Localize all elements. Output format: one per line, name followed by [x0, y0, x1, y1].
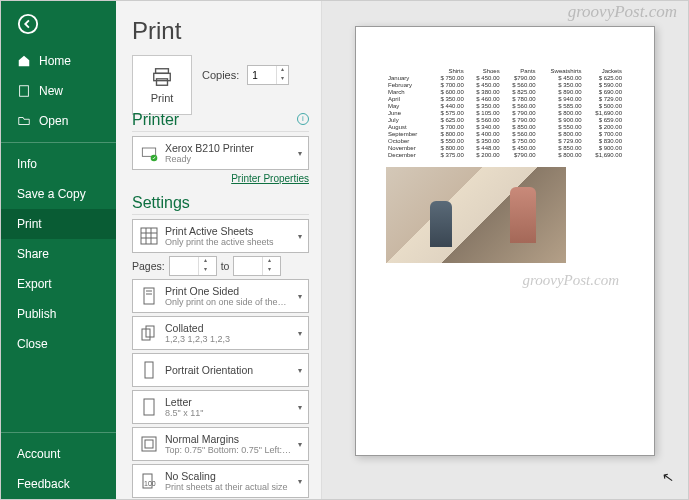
- table-row: February$ 700.00$ 450.00$ 560.00$ 350.00…: [386, 82, 624, 89]
- backstage-sidebar: Home New Open Info Save a Copy Print Sha…: [1, 1, 116, 499]
- chevron-down-icon: ▾: [298, 232, 302, 241]
- preview-table: ShirtsShoesPantsSweatshirtsJackets Janua…: [386, 67, 624, 159]
- printer-status: Ready: [165, 154, 292, 164]
- copies-input[interactable]: [248, 66, 276, 84]
- printer-icon: [151, 66, 173, 88]
- pages-from-input[interactable]: [170, 257, 198, 275]
- sheets-icon: [139, 226, 159, 246]
- sidebar-label: Close: [17, 337, 48, 351]
- table-row: October$ 550.00$ 350.00$ 750.00$ 729.00$…: [386, 138, 624, 145]
- table-row: March$ 600.00$ 380.00$ 825.00$ 890.00$ 6…: [386, 89, 624, 96]
- sidebar-item-home[interactable]: Home: [1, 46, 116, 76]
- chevron-down-icon: ▾: [298, 149, 302, 158]
- chevron-down-icon: ▾: [298, 366, 302, 375]
- svg-rect-11: [145, 362, 153, 378]
- sidebar-label: Export: [17, 277, 52, 291]
- pages-to-spinner[interactable]: ▴▾: [233, 256, 281, 276]
- preview-image: [386, 167, 566, 263]
- sidebar-label: Share: [17, 247, 49, 261]
- sidebar-label: Publish: [17, 307, 56, 321]
- sides-dropdown[interactable]: Print One SidedOnly print on one side of…: [132, 279, 309, 313]
- printer-dropdown[interactable]: Xerox B210 Printer Ready ▾: [132, 136, 309, 170]
- print-button-label: Print: [151, 92, 174, 104]
- collated-icon: [139, 323, 159, 343]
- back-button[interactable]: [1, 1, 116, 46]
- sidebar-label: Save a Copy: [17, 187, 86, 201]
- sidebar-item-feedback[interactable]: Feedback: [1, 469, 116, 499]
- margins-dropdown[interactable]: Normal MarginsTop: 0.75" Bottom: 0.75" L…: [132, 427, 309, 461]
- print-scope-dropdown[interactable]: Print Active Sheets Only print the activ…: [132, 219, 309, 253]
- svg-rect-13: [142, 437, 156, 451]
- copies-label: Copies:: [202, 69, 239, 81]
- scaling-icon: 100: [139, 471, 159, 491]
- sidebar-item-close[interactable]: Close: [1, 329, 116, 359]
- svg-rect-1: [20, 86, 29, 97]
- chevron-down-icon: ▾: [298, 477, 302, 486]
- table-row: December$ 375.00$ 200.00$790.00$ 800.00$…: [386, 152, 624, 159]
- copies-spinner[interactable]: ▴▾: [247, 65, 289, 85]
- open-icon: [17, 114, 31, 128]
- print-button[interactable]: Print: [132, 55, 192, 115]
- sidebar-label: Info: [17, 157, 37, 171]
- table-row: May$ 440.00$ 350.00$ 560.00$ 585.00$ 500…: [386, 103, 624, 110]
- svg-rect-7: [141, 228, 157, 244]
- svg-rect-8: [144, 288, 154, 304]
- new-icon: [17, 84, 31, 98]
- scaling-dropdown[interactable]: 100 No ScalingPrint sheets at their actu…: [132, 464, 309, 498]
- sidebar-item-export[interactable]: Export: [1, 269, 116, 299]
- settings-heading: Settings: [132, 194, 309, 215]
- sidebar-label: Account: [17, 447, 60, 461]
- sidebar-item-info[interactable]: Info: [1, 149, 116, 179]
- papersize-dropdown[interactable]: Letter8.5" x 11" ▾: [132, 390, 309, 424]
- svg-text:100: 100: [144, 480, 156, 487]
- table-row: June$ 575.00$ 105.00$ 790.00$ 800.00$1,6…: [386, 110, 624, 117]
- page-title: Print: [132, 17, 309, 45]
- table-row: April$ 350.00$ 460.00$ 780.00$ 940.00$ 7…: [386, 96, 624, 103]
- chevron-down-icon: ▾: [298, 292, 302, 301]
- portrait-icon: [139, 360, 159, 380]
- home-icon: [17, 54, 31, 68]
- spin-down-icon[interactable]: ▾: [277, 75, 288, 84]
- sidebar-item-save-copy[interactable]: Save a Copy: [1, 179, 116, 209]
- sidebar-item-open[interactable]: Open: [1, 106, 116, 136]
- svg-rect-12: [144, 399, 154, 415]
- print-preview-area: ShirtsShoesPantsSweatshirtsJackets Janua…: [321, 1, 688, 499]
- sidebar-label: Print: [17, 217, 42, 231]
- printer-name: Xerox B210 Printer: [165, 142, 292, 154]
- preview-page: ShirtsShoesPantsSweatshirtsJackets Janua…: [355, 26, 655, 456]
- sidebar-label: New: [39, 84, 63, 98]
- pages-to-input[interactable]: [234, 257, 262, 275]
- margins-icon: [139, 434, 159, 454]
- chevron-down-icon: ▾: [298, 329, 302, 338]
- watermark: groovyPost.com: [522, 272, 619, 289]
- printer-heading: Printer i: [132, 111, 309, 132]
- table-row: July$ 625.00$ 560.00$ 790.00$ 900.00$ 65…: [386, 117, 624, 124]
- sidebar-item-share[interactable]: Share: [1, 239, 116, 269]
- pages-from-spinner[interactable]: ▴▾: [169, 256, 217, 276]
- printer-properties-link[interactable]: Printer Properties: [132, 173, 309, 184]
- info-icon[interactable]: i: [297, 113, 309, 125]
- spin-up-icon[interactable]: ▴: [277, 66, 288, 75]
- watermark: groovyPost.com: [568, 2, 677, 22]
- table-row: January$ 750.00$ 450.00$790.00$ 450.00$ …: [386, 75, 624, 82]
- sidebar-item-new[interactable]: New: [1, 76, 116, 106]
- collate-dropdown[interactable]: Collated1,2,3 1,2,3 1,2,3 ▾: [132, 316, 309, 350]
- sidebar-item-account[interactable]: Account: [1, 439, 116, 469]
- sidebar-item-publish[interactable]: Publish: [1, 299, 116, 329]
- cursor-icon: ↖: [661, 468, 676, 486]
- sidebar-item-print[interactable]: Print: [1, 209, 116, 239]
- chevron-down-icon: ▾: [298, 403, 302, 412]
- letter-icon: [139, 397, 159, 417]
- one-sided-icon: [139, 286, 159, 306]
- svg-rect-4: [157, 79, 168, 85]
- pages-to-label: to: [221, 260, 230, 272]
- table-row: September$ 800.00$ 400.00$ 560.00$ 800.0…: [386, 131, 624, 138]
- pages-label: Pages:: [132, 260, 165, 272]
- table-row: November$ 800.00$ 448.00$ 450.00$ 850.00…: [386, 145, 624, 152]
- table-row: August$ 700.00$ 340.00$ 850.00$ 550.00$ …: [386, 124, 624, 131]
- orientation-dropdown[interactable]: Portrait Orientation ▾: [132, 353, 309, 387]
- sidebar-label: Feedback: [17, 477, 70, 491]
- print-panel: Print Print Copies: ▴▾ Printer i: [116, 1, 321, 499]
- svg-rect-14: [145, 440, 153, 448]
- sidebar-label: Home: [39, 54, 71, 68]
